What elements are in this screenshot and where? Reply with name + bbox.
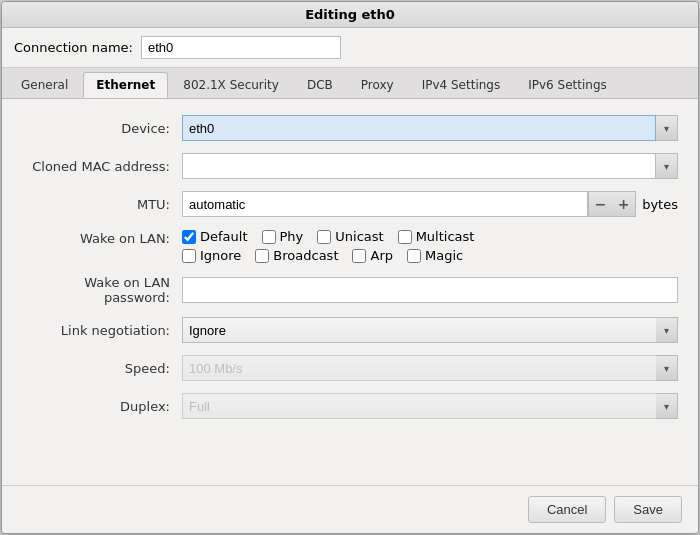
wake-unicast-checkbox[interactable] bbox=[317, 230, 331, 244]
wake-on-lan-label: Wake on LAN: bbox=[22, 229, 182, 246]
wake-on-lan-row: Wake on LAN: Default Phy Unicast bbox=[22, 229, 678, 263]
cloned-mac-dropdown-btn[interactable]: ▾ bbox=[656, 153, 678, 179]
link-negotiation-control: Ignore Automatic Manual ▾ bbox=[182, 317, 678, 343]
tab-ipv4[interactable]: IPv4 Settings bbox=[409, 72, 514, 98]
cloned-mac-input[interactable] bbox=[182, 153, 656, 179]
wake-ignore-item[interactable]: Ignore bbox=[182, 248, 241, 263]
mtu-row: MTU: − + bytes bbox=[22, 191, 678, 217]
wake-magic-label: Magic bbox=[425, 248, 463, 263]
tab-ethernet[interactable]: Ethernet bbox=[83, 72, 168, 98]
mtu-decrease-btn[interactable]: − bbox=[588, 191, 612, 217]
cloned-mac-row: Cloned MAC address: ▾ bbox=[22, 153, 678, 179]
wake-phy-label: Phy bbox=[280, 229, 304, 244]
link-negotiation-row: Link negotiation: Ignore Automatic Manua… bbox=[22, 317, 678, 343]
mtu-control: − + bytes bbox=[182, 191, 678, 217]
cloned-mac-control: ▾ bbox=[182, 153, 678, 179]
wake-password-row: Wake on LAN password: bbox=[22, 275, 678, 305]
tab-general[interactable]: General bbox=[8, 72, 81, 98]
wake-row-2: Ignore Broadcast Arp Magic bbox=[182, 248, 474, 263]
wake-multicast-item[interactable]: Multicast bbox=[398, 229, 475, 244]
device-row: Device: ▾ bbox=[22, 115, 678, 141]
tab-proxy[interactable]: Proxy bbox=[348, 72, 407, 98]
device-input[interactable] bbox=[182, 115, 656, 141]
speed-row: Speed: 100 Mb/s ▾ bbox=[22, 355, 678, 381]
wake-default-item[interactable]: Default bbox=[182, 229, 248, 244]
device-label: Device: bbox=[22, 121, 182, 136]
wake-multicast-checkbox[interactable] bbox=[398, 230, 412, 244]
wake-row-1: Default Phy Unicast Multicast bbox=[182, 229, 474, 244]
tab-dcb[interactable]: DCB bbox=[294, 72, 346, 98]
tab-bar: General Ethernet 802.1X Security DCB Pro… bbox=[2, 68, 698, 99]
duplex-control: Full ▾ bbox=[182, 393, 678, 419]
main-window: Editing eth0 Connection name: General Et… bbox=[1, 1, 699, 534]
speed-wrapper: 100 Mb/s ▾ bbox=[182, 355, 678, 381]
wake-broadcast-label: Broadcast bbox=[273, 248, 338, 263]
wake-multicast-label: Multicast bbox=[416, 229, 475, 244]
wake-arp-label: Arp bbox=[370, 248, 393, 263]
wake-password-input[interactable] bbox=[182, 277, 678, 303]
duplex-label: Duplex: bbox=[22, 399, 182, 414]
wake-magic-item[interactable]: Magic bbox=[407, 248, 463, 263]
link-negotiation-wrapper: Ignore Automatic Manual ▾ bbox=[182, 317, 678, 343]
cloned-mac-label: Cloned MAC address: bbox=[22, 159, 182, 174]
wake-ignore-checkbox[interactable] bbox=[182, 249, 196, 263]
wake-unicast-item[interactable]: Unicast bbox=[317, 229, 383, 244]
duplex-select[interactable]: Full bbox=[182, 393, 678, 419]
tab-ipv6[interactable]: IPv6 Settings bbox=[515, 72, 620, 98]
wake-default-checkbox[interactable] bbox=[182, 230, 196, 244]
wake-password-control bbox=[182, 277, 678, 303]
save-button[interactable]: Save bbox=[614, 496, 682, 523]
speed-label: Speed: bbox=[22, 361, 182, 376]
cancel-button[interactable]: Cancel bbox=[528, 496, 606, 523]
wake-arp-item[interactable]: Arp bbox=[352, 248, 393, 263]
wake-arp-checkbox[interactable] bbox=[352, 249, 366, 263]
wake-password-label: Wake on LAN password: bbox=[22, 275, 182, 305]
wake-phy-checkbox[interactable] bbox=[262, 230, 276, 244]
duplex-row: Duplex: Full ▾ bbox=[22, 393, 678, 419]
wake-unicast-label: Unicast bbox=[335, 229, 383, 244]
wake-ignore-label: Ignore bbox=[200, 248, 241, 263]
connection-name-row: Connection name: bbox=[2, 28, 698, 68]
device-dropdown-btn[interactable]: ▾ bbox=[656, 115, 678, 141]
device-control: ▾ bbox=[182, 115, 678, 141]
link-negotiation-select[interactable]: Ignore Automatic Manual bbox=[182, 317, 678, 343]
window-title: Editing eth0 bbox=[305, 7, 395, 22]
wake-default-label: Default bbox=[200, 229, 248, 244]
connection-name-label: Connection name: bbox=[14, 40, 133, 55]
speed-select[interactable]: 100 Mb/s bbox=[182, 355, 678, 381]
mtu-input[interactable] bbox=[182, 191, 588, 217]
wake-broadcast-item[interactable]: Broadcast bbox=[255, 248, 338, 263]
mtu-unit: bytes bbox=[642, 197, 678, 212]
footer: Cancel Save bbox=[2, 485, 698, 533]
mtu-label: MTU: bbox=[22, 197, 182, 212]
wake-options: Default Phy Unicast Multicast bbox=[182, 229, 474, 263]
mtu-increase-btn[interactable]: + bbox=[612, 191, 636, 217]
wake-magic-checkbox[interactable] bbox=[407, 249, 421, 263]
duplex-wrapper: Full ▾ bbox=[182, 393, 678, 419]
wake-broadcast-checkbox[interactable] bbox=[255, 249, 269, 263]
speed-control: 100 Mb/s ▾ bbox=[182, 355, 678, 381]
title-bar: Editing eth0 bbox=[2, 2, 698, 28]
wake-phy-item[interactable]: Phy bbox=[262, 229, 304, 244]
tab-content: Device: ▾ Cloned MAC address: ▾ MTU: − + bbox=[2, 99, 698, 485]
tab-802-1x[interactable]: 802.1X Security bbox=[170, 72, 292, 98]
link-negotiation-label: Link negotiation: bbox=[22, 323, 182, 338]
connection-name-input[interactable] bbox=[141, 36, 341, 59]
